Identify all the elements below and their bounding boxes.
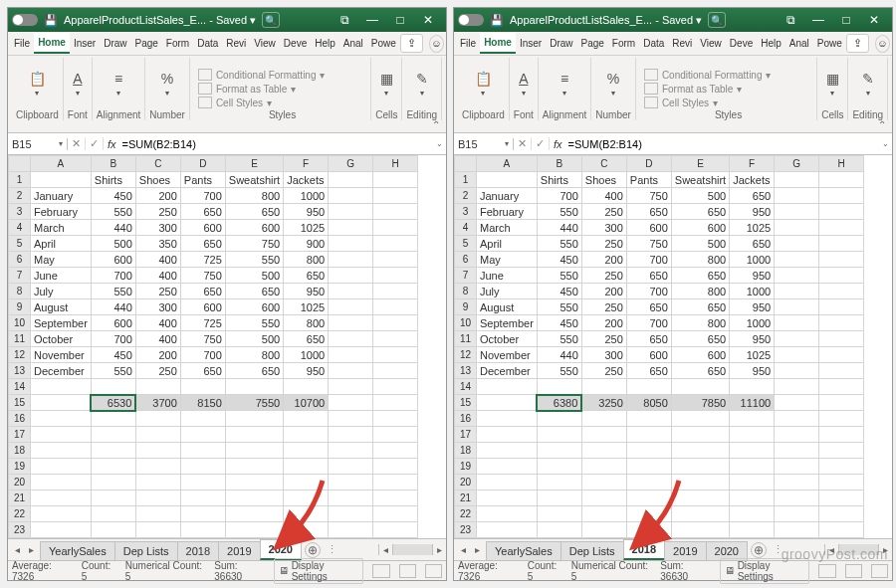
col-header[interactable]: E [225, 156, 283, 172]
menu-tab-help[interactable]: Help [311, 34, 339, 53]
data-cell[interactable]: 250 [581, 236, 626, 252]
menu-tab-view[interactable]: View [250, 34, 280, 53]
spreadsheet-grid[interactable]: ABCDEFGH1ShirtsShoesPantsSweatshirtJacke… [8, 155, 418, 538]
menu-tab-home[interactable]: Home [34, 33, 70, 54]
month-cell[interactable]: November [31, 347, 92, 363]
display-settings-button[interactable]: 🖥 Display Settings [274, 558, 364, 584]
col-header[interactable]: F [284, 156, 329, 172]
data-cell[interactable]: 600 [671, 347, 729, 363]
data-cell[interactable]: 500 [91, 236, 135, 252]
data-cell[interactable]: 1025 [284, 299, 329, 315]
ribbon-group-number[interactable]: %▾Number [145, 58, 190, 120]
data-cell[interactable]: 650 [671, 363, 729, 379]
data-cell[interactable]: 650 [284, 268, 329, 284]
sheet-tab-yearlysales[interactable]: YearlySales [40, 541, 115, 560]
formula-expand-icon[interactable]: ⌄ [878, 139, 892, 148]
data-cell[interactable]: 250 [581, 204, 626, 220]
new-sheet-button[interactable]: ⊕ [305, 542, 321, 558]
autosave-toggle[interactable] [458, 14, 484, 26]
row-header[interactable]: 13 [455, 363, 477, 379]
menu-tab-deve[interactable]: Deve [280, 34, 311, 53]
row-header[interactable]: 6 [9, 252, 31, 268]
sheet-tab-dep-lists[interactable]: Dep Lists [560, 541, 624, 560]
data-cell[interactable]: 600 [225, 299, 283, 315]
menu-tab-draw[interactable]: Draw [546, 34, 576, 53]
data-cell[interactable]: 650 [180, 236, 225, 252]
row-header[interactable]: 4 [455, 220, 477, 236]
sheet-tab-2020[interactable]: 2020 [260, 539, 302, 560]
data-cell[interactable]: 550 [225, 315, 283, 331]
month-cell[interactable]: January [31, 188, 92, 204]
row-header[interactable]: 4 [9, 220, 31, 236]
menu-tab-view[interactable]: View [696, 34, 726, 53]
data-cell[interactable]: 650 [284, 331, 329, 347]
row-header[interactable]: 5 [455, 236, 477, 252]
name-box[interactable]: B15▾ [454, 138, 514, 150]
data-cell[interactable]: 900 [284, 236, 329, 252]
data-cell[interactable]: 750 [180, 268, 225, 284]
data-cell[interactable]: 650 [626, 268, 671, 284]
month-cell[interactable]: August [477, 299, 538, 315]
data-cell[interactable]: 650 [671, 331, 729, 347]
col-header[interactable]: B [537, 156, 581, 172]
menu-tab-inser[interactable]: Inser [516, 34, 546, 53]
col-header[interactable]: D [626, 156, 671, 172]
data-cell[interactable]: 650 [225, 363, 283, 379]
month-cell[interactable]: October [477, 331, 538, 347]
data-cell[interactable]: 400 [135, 268, 180, 284]
data-cell[interactable]: 650 [180, 284, 225, 299]
data-header[interactable]: Shoes [135, 172, 180, 188]
data-cell[interactable]: 950 [284, 363, 329, 379]
data-cell[interactable]: 700 [626, 315, 671, 331]
data-cell[interactable]: 800 [671, 252, 729, 268]
data-cell[interactable]: 300 [135, 220, 180, 236]
menu-tab-revi[interactable]: Revi [668, 34, 696, 53]
data-cell[interactable]: 650 [626, 363, 671, 379]
share-button[interactable]: ⇪ [400, 34, 423, 53]
col-header[interactable]: H [373, 156, 418, 172]
data-cell[interactable]: 700 [626, 252, 671, 268]
ribbon-group-clipboard[interactable]: 📋▾Clipboard [458, 58, 510, 120]
view-normal-icon[interactable] [372, 564, 389, 578]
search-icon[interactable]: 🔍 [262, 12, 280, 28]
data-cell[interactable]: 725 [180, 252, 225, 268]
data-cell[interactable]: 950 [284, 204, 329, 220]
cancel-formula-icon[interactable]: ✕ [514, 137, 532, 150]
month-cell[interactable]: April [477, 236, 538, 252]
data-cell[interactable]: 200 [581, 252, 626, 268]
data-cell[interactable]: 1025 [730, 220, 775, 236]
enter-formula-icon[interactable]: ✓ [86, 137, 104, 150]
view-page-layout-icon[interactable] [399, 564, 416, 578]
ribbon-group-cells[interactable]: ▦▾Cells [371, 58, 402, 120]
feedback-smile-icon[interactable]: ☺ [429, 35, 444, 53]
data-cell[interactable]: 250 [581, 268, 626, 284]
ribbon-collapse-icon[interactable]: ⌃ [878, 119, 886, 130]
sheet-tab-2019[interactable]: 2019 [218, 541, 260, 560]
name-box[interactable]: B15▾ [8, 138, 68, 150]
data-cell[interactable]: 600 [626, 220, 671, 236]
row-header[interactable]: 3 [455, 204, 477, 220]
feedback-smile-icon[interactable]: ☺ [875, 35, 890, 53]
data-cell[interactable]: 600 [180, 220, 225, 236]
data-cell[interactable]: 550 [537, 268, 581, 284]
data-cell[interactable]: 200 [135, 347, 180, 363]
data-cell[interactable]: 550 [537, 331, 581, 347]
month-cell[interactable]: January [477, 188, 538, 204]
row-header[interactable]: 10 [455, 315, 477, 331]
data-cell[interactable]: 650 [730, 188, 775, 204]
formula-input[interactable] [566, 138, 878, 150]
month-cell[interactable]: August [31, 299, 92, 315]
row-header[interactable]: 1 [9, 172, 31, 188]
col-header[interactable]: C [135, 156, 180, 172]
data-cell[interactable]: 950 [730, 363, 775, 379]
menu-tab-deve[interactable]: Deve [726, 34, 757, 53]
save-icon[interactable]: 💾 [490, 14, 504, 27]
ribbon-group-font[interactable]: A▾Font [510, 58, 539, 120]
data-cell[interactable]: 1000 [284, 347, 329, 363]
data-cell[interactable]: 550 [537, 204, 581, 220]
month-cell[interactable]: June [31, 268, 92, 284]
search-icon[interactable]: 🔍 [708, 12, 726, 28]
data-cell[interactable]: 700 [91, 268, 135, 284]
data-cell[interactable]: 650 [730, 236, 775, 252]
data-cell[interactable]: 750 [225, 236, 283, 252]
